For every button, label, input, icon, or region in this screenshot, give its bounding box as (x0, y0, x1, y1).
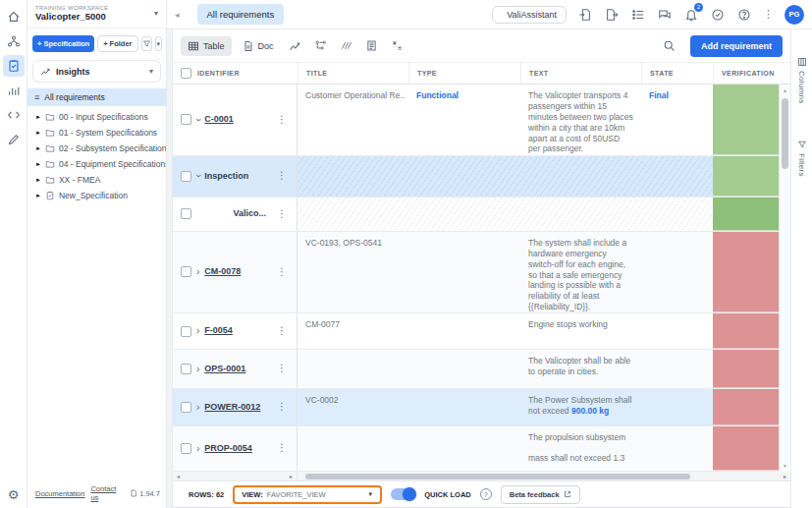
table-row[interactable]: › POWER-0012 ⋮ VC-0002 The Power Subsyst… (173, 389, 779, 426)
cell-text[interactable]: The propulsion subsystemmass shall not e… (520, 426, 641, 471)
row-identifier[interactable]: OPS-0001 (204, 364, 245, 375)
col-state[interactable]: STATE (650, 70, 674, 77)
row-checkbox[interactable] (181, 364, 191, 374)
cell-text[interactable] (520, 198, 641, 231)
table-row[interactable]: › C-0001 ⋮ Customer Operational Re.. Fun… (173, 85, 779, 156)
add-requirement-button[interactable]: Add requirement (690, 35, 783, 57)
expand-triangle-icon[interactable]: ► (35, 177, 41, 183)
row-expand-icon[interactable]: › (193, 118, 203, 121)
cell-type[interactable] (408, 426, 520, 471)
tree-folder[interactable]: ► 02 - Subsystem Specifications (27, 141, 166, 156)
row-checkbox[interactable] (181, 114, 191, 125)
clock-check-icon[interactable] (710, 7, 726, 23)
cell-text[interactable]: Engine stops working (520, 313, 641, 349)
line-chart-icon[interactable] (285, 35, 306, 57)
row-checkbox[interactable] (181, 208, 191, 219)
checklist-icon[interactable] (630, 7, 646, 23)
select-all-checkbox[interactable] (181, 68, 191, 79)
analytics-icon[interactable] (3, 80, 25, 101)
cell-state[interactable] (641, 198, 713, 231)
cell-verification[interactable] (713, 313, 779, 349)
table-row[interactable]: › CM-0078 ⋮ VC-0193, OPS-0541 The system… (173, 232, 779, 313)
row-menu-icon[interactable]: ⋮ (277, 363, 287, 375)
cell-title[interactable] (298, 198, 408, 231)
search-icon[interactable] (659, 35, 680, 57)
cell-text[interactable]: The Power Subsystem shall not exceed 900… (520, 389, 641, 425)
quick-load-toggle[interactable] (391, 488, 415, 500)
tree-folder[interactable]: ► XX - FMEA (27, 172, 166, 188)
cell-state[interactable] (641, 156, 713, 197)
tree-folder[interactable]: ► 01 - System Specifications (27, 125, 166, 141)
row-menu-icon[interactable]: ⋮ (277, 442, 287, 455)
cell-verification[interactable] (713, 198, 779, 231)
row-expand-icon[interactable]: › (193, 175, 203, 178)
filter-icon[interactable] (141, 36, 152, 51)
workspace-selector[interactable]: TRAINING WORKSPACE Valicopter_5000 ▾ (27, 0, 166, 28)
cell-text[interactable]: The system shall include a hardware emer… (520, 232, 641, 312)
tree-view-icon[interactable] (310, 35, 332, 57)
row-checkbox[interactable] (181, 326, 191, 337)
settings-gear-icon[interactable]: ⚙ (8, 487, 20, 502)
avatar[interactable]: PG (785, 5, 804, 25)
row-expand-icon[interactable]: › (196, 403, 199, 413)
tree-item-new-specification[interactable]: ► New_Specification (27, 188, 166, 203)
matrix-icon[interactable] (387, 35, 408, 57)
beta-feedback-button[interactable]: Beta feedback (501, 485, 580, 504)
col-identifier[interactable]: IDENTIFIER (197, 70, 240, 77)
tree-folder[interactable]: ► 04 - Equipment Specifications (27, 156, 166, 172)
code-icon[interactable] (3, 104, 25, 126)
cell-title[interactable] (298, 426, 408, 471)
expand-triangle-icon[interactable]: ► (35, 161, 41, 167)
scroll-right-icon[interactable]: ► (783, 474, 790, 480)
cell-verification[interactable] (713, 156, 779, 197)
expand-triangle-icon[interactable]: ► (35, 193, 41, 198)
vali-assistant-button[interactable]: ValiAssistant (492, 6, 567, 24)
filters-panel-button[interactable]: Filters (797, 140, 807, 177)
row-identifier[interactable]: Inspection (204, 171, 248, 183)
row-expand-icon[interactable]: › (196, 444, 199, 454)
row-menu-icon[interactable]: ⋮ (277, 208, 287, 221)
table-row[interactable]: › Inspection ⋮ (173, 156, 779, 198)
report-icon[interactable] (361, 35, 383, 57)
table-row[interactable]: › OPS-0001 ⋮ The Valicopter shall be abl… (173, 350, 779, 389)
cell-state[interactable]: Final (641, 85, 713, 155)
cell-type[interactable] (408, 313, 520, 349)
contact-us-link[interactable]: Contact us (90, 484, 124, 502)
cell-text[interactable]: The Valicopter transports 4 passengers w… (520, 85, 641, 155)
scroll-up-icon[interactable]: ▲ (780, 87, 790, 93)
col-title[interactable]: TITLE (306, 70, 327, 77)
cell-text[interactable]: The Valicopter shall be able to operate … (520, 350, 641, 388)
cell-text[interactable] (520, 156, 641, 197)
row-identifier[interactable]: PROP-0054 (204, 443, 252, 455)
product-tree-icon[interactable] (3, 30, 25, 52)
col-verification[interactable]: VERIFICATION (722, 70, 775, 77)
table-row[interactable]: › F-0054 ⋮ CM-0077 Engine stops working (173, 313, 779, 350)
cell-title[interactable] (298, 350, 408, 388)
add-folder-button[interactable]: + Folder (97, 35, 137, 52)
columns-panel-button[interactable]: Columns (797, 57, 807, 104)
vertical-scrollbar[interactable]: ▲ ▼ (779, 85, 790, 472)
row-expand-icon[interactable]: › (196, 267, 199, 277)
cell-verification[interactable] (713, 389, 779, 425)
cell-verification[interactable] (713, 85, 779, 155)
tab-table-view[interactable]: Table (181, 36, 232, 56)
double-check-icon[interactable] (336, 35, 357, 57)
row-checkbox[interactable] (181, 171, 191, 182)
row-expand-icon[interactable]: › (196, 326, 199, 336)
add-specification-button[interactable]: + Specification (32, 35, 94, 52)
row-menu-icon[interactable]: ⋮ (277, 325, 287, 338)
cell-verification[interactable] (713, 232, 779, 312)
cell-verification[interactable] (713, 426, 779, 471)
col-text[interactable]: TEXT (529, 70, 549, 77)
row-checkbox[interactable] (181, 266, 191, 277)
frozen-pane-scrollbar[interactable]: ◄► (173, 472, 298, 480)
row-identifier[interactable]: C-0001 (204, 114, 234, 126)
cell-title[interactable]: VC-0193, OPS-0541 (298, 232, 408, 312)
requirements-icon[interactable] (3, 55, 25, 77)
home-icon[interactable] (3, 6, 25, 28)
help-icon[interactable] (736, 7, 752, 23)
cell-state[interactable] (641, 389, 713, 425)
more-options-icon[interactable]: ▾ (155, 36, 162, 51)
tab-all-requirements[interactable]: All requirements (197, 4, 285, 25)
table-row[interactable]: › PROP-0054 ⋮ The propulsion subsystemma… (173, 426, 779, 472)
